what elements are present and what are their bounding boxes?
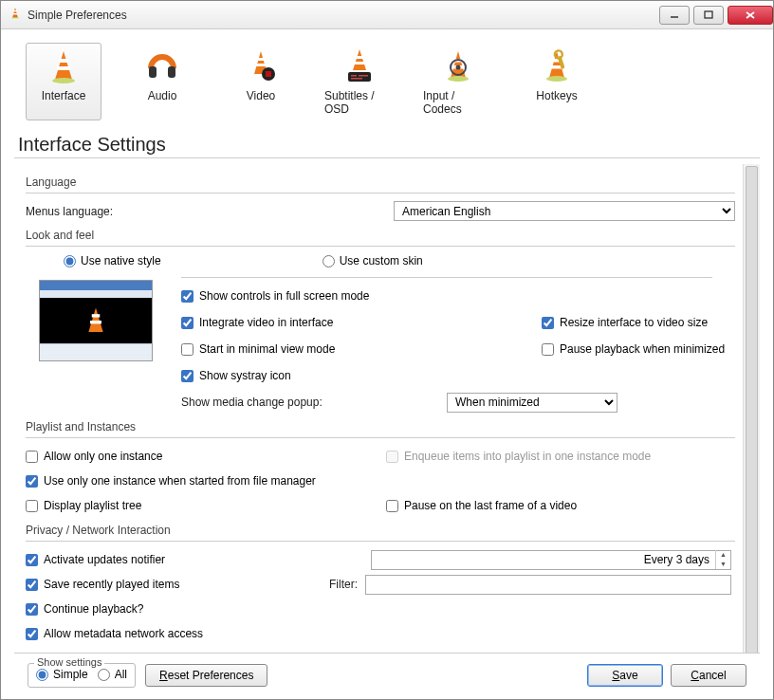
svg-rect-12	[149, 66, 157, 78]
cb-one-from-fm[interactable]: Use only one instance when started from …	[26, 474, 316, 488]
svg-rect-23	[351, 75, 357, 77]
radio-native-style[interactable]: Use native style	[64, 254, 161, 267]
svg-rect-40	[90, 321, 101, 323]
tab-hotkeys[interactable]: Hotkeys	[519, 43, 595, 120]
cb-systray[interactable]: Show systray icon	[181, 369, 542, 382]
svg-rect-1	[13, 10, 17, 11]
radio-all[interactable]: All	[98, 668, 127, 681]
cb-playlist-tree[interactable]: Display playlist tree	[26, 499, 386, 512]
cb-metadata-access[interactable]: Allow metadata network access	[26, 627, 203, 640]
svg-rect-20	[356, 56, 364, 59]
scrollbar[interactable]	[743, 164, 760, 653]
cb-integrate-video[interactable]: Integrate video in interface	[181, 316, 542, 329]
cb-one-instance[interactable]: Allow only one instance	[26, 450, 386, 463]
titlebar: Simple Preferences	[1, 1, 773, 29]
minimize-button[interactable]	[659, 6, 690, 25]
cb-pause-last-frame[interactable]: Pause on the last frame of a video	[386, 499, 735, 512]
svg-point-29	[448, 76, 469, 82]
svg-rect-39	[92, 314, 101, 317]
svg-marker-19	[353, 49, 366, 70]
tab-interface[interactable]: Interface	[26, 43, 101, 120]
category-tabs: Interface Audio Video Subtitles / OSD In…	[14, 39, 760, 128]
group-privacy: Privacy / Network Interaction	[26, 524, 735, 537]
svg-rect-24	[359, 75, 368, 77]
menus-language-label: Menus language:	[26, 205, 375, 218]
vlc-cone-icon	[9, 7, 22, 23]
svg-marker-8	[55, 51, 72, 80]
svg-point-31	[456, 65, 461, 70]
menus-language-select[interactable]: American English	[394, 201, 735, 221]
svg-rect-21	[354, 62, 365, 64]
maximize-button[interactable]	[693, 6, 724, 25]
group-playlist: Playlist and Instances	[26, 420, 735, 433]
svg-rect-18	[266, 71, 271, 77]
svg-rect-2	[13, 13, 18, 14]
media-popup-select[interactable]: When minimized	[447, 393, 617, 413]
svg-rect-22	[348, 72, 371, 82]
svg-rect-25	[351, 78, 362, 80]
popup-label: Show media change popup:	[181, 396, 322, 409]
tab-subtitles[interactable]: Subtitles / OSD	[322, 43, 397, 120]
cb-fullscreen-controls[interactable]: Show controls in full screen mode	[181, 289, 542, 303]
svg-rect-16	[255, 64, 267, 66]
cb-resize-interface[interactable]: Resize interface to video size	[542, 316, 735, 329]
page-title: Interface Settings	[18, 134, 760, 156]
spin-down-icon: ▼	[716, 560, 730, 569]
preview-thumbnail	[39, 280, 153, 361]
cb-minimal-view[interactable]: Start in minimal view mode	[181, 342, 542, 356]
cb-enqueue: Enqueue items into playlist in one insta…	[386, 450, 735, 463]
cb-pause-minimized[interactable]: Pause playback when minimized	[542, 342, 735, 356]
group-osi: Operating System Integration	[26, 652, 735, 653]
svg-marker-0	[12, 8, 18, 18]
radio-custom-skin[interactable]: Use custom skin	[322, 254, 423, 267]
show-settings-group: Show settings Simple All	[28, 663, 136, 688]
svg-rect-15	[257, 58, 266, 61]
cb-continue-playback[interactable]: Continue playback?	[26, 602, 143, 616]
svg-marker-38	[88, 307, 102, 332]
spin-up-icon: ▲	[716, 550, 730, 560]
svg-rect-3	[11, 18, 19, 19]
svg-point-35	[546, 76, 567, 82]
svg-point-11	[52, 78, 75, 83]
group-language: Language	[26, 175, 735, 189]
window-title: Simple Preferences	[28, 9, 655, 22]
reset-preferences-button[interactable]: Reset Preferences	[145, 664, 267, 687]
tab-codecs[interactable]: Input / Codecs	[420, 43, 496, 120]
group-look: Look and feel	[26, 229, 735, 242]
scrollbar-thumb[interactable]	[746, 166, 758, 654]
radio-simple[interactable]: Simple	[36, 668, 88, 681]
cb-updates[interactable]: Activate updates notifier	[26, 553, 371, 566]
svg-point-37	[554, 49, 563, 59]
svg-rect-5	[705, 11, 712, 18]
filter-label: Filter:	[329, 578, 358, 591]
svg-rect-10	[57, 66, 70, 70]
save-button[interactable]: Save	[587, 664, 663, 687]
filter-input[interactable]	[365, 575, 731, 595]
update-interval-spinbox[interactable]: Every 3 days▲▼	[371, 550, 731, 570]
cancel-button[interactable]: Cancel	[671, 664, 746, 687]
close-button[interactable]	[728, 6, 773, 25]
svg-rect-13	[168, 66, 175, 78]
tab-audio[interactable]: Audio	[124, 43, 200, 120]
tab-video[interactable]: Video	[223, 43, 299, 120]
svg-rect-9	[59, 59, 68, 63]
